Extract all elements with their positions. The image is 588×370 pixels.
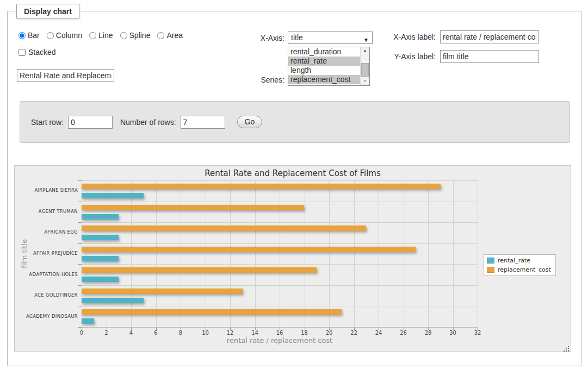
series-option-replacement_cost[interactable]: replacement_cost: [288, 75, 361, 84]
radio-label: Bar: [28, 31, 40, 40]
chart-type-radio-column[interactable]: Column: [47, 31, 82, 40]
scroll-up-icon[interactable]: ▲: [361, 47, 369, 55]
x-axis-tick-label: 4: [123, 330, 139, 336]
x-axis-label-label: X-Axis label:: [381, 33, 436, 41]
bar-rental_rate: [82, 235, 119, 240]
dropdown-arrow-icon: ▼: [363, 34, 369, 46]
gridline-horizontal: [82, 180, 478, 181]
gridline-vertical: [107, 180, 107, 327]
gridline-vertical: [131, 180, 132, 327]
category-label: ACE GOLDFINGER: [18, 292, 78, 298]
gridline-vertical: [156, 180, 157, 327]
radio-button[interactable]: [18, 32, 26, 39]
y-axis-tick: [78, 243, 82, 244]
gridline-vertical: [428, 180, 429, 327]
bar-replacement_cost: [82, 309, 342, 315]
stacked-checkbox[interactable]: [18, 49, 26, 56]
x-axis-tick-label: 32: [469, 330, 486, 336]
legend-label: replacement_cost: [498, 266, 551, 273]
chart-container: Rental Rate and Replacement Cost of Film…: [14, 165, 571, 352]
bar-replacement_cost: [82, 184, 441, 189]
page: Display chart BarColumnLineSplineArea St…: [0, 0, 588, 370]
gridline-vertical: [206, 180, 206, 327]
y-axis-tick: [78, 202, 82, 202]
x-axis-tick-label: 12: [222, 330, 238, 336]
series-scrollbar[interactable]: ▲ ▼: [360, 47, 369, 85]
category-label: AGENT TRUMAN: [18, 209, 78, 214]
series-option-rental_duration[interactable]: rental_duration: [288, 47, 361, 57]
stacked-label: Stacked: [28, 48, 56, 57]
category-label: ADAPTATION HOLES: [18, 272, 78, 277]
bar-replacement_cost: [82, 205, 304, 210]
x-axis-tick-label: 20: [321, 330, 337, 336]
chart-x-axis-label: rental rate / replacement cost: [82, 336, 478, 344]
bar-rental_rate: [82, 214, 119, 220]
x-axis-tick-label: 6: [148, 330, 164, 336]
category-label: AFFAIR PREJUDICE: [18, 250, 78, 256]
radio-button[interactable]: [157, 32, 164, 39]
gridline-vertical: [230, 180, 231, 327]
category-label: AFRICAN EGG: [18, 229, 78, 235]
gridline-vertical: [354, 180, 355, 327]
series-select-label: Series:: [251, 76, 284, 84]
x-axis-select-label: X-Axis:: [251, 34, 284, 42]
bar-replacement_cost: [82, 267, 317, 273]
bar-rental_rate: [82, 298, 144, 303]
chart-type-radio-bar[interactable]: Bar: [18, 31, 40, 40]
gridline-horizontal: [82, 327, 478, 328]
display-chart-panel: Display chart BarColumnLineSplineArea St…: [7, 11, 581, 366]
category-label: ACADEMY DINOSAUR: [18, 313, 78, 319]
chart-title: Rental Rate and Replacement Cost of Film…: [15, 168, 571, 178]
chart-legend: rental_ratereplacement_cost: [484, 254, 556, 276]
row-range-form: Start row: Number of rows: Go: [20, 101, 570, 143]
gridline-vertical: [255, 180, 256, 327]
go-button[interactable]: Go: [237, 116, 263, 128]
radio-label: Spline: [129, 31, 151, 40]
category-label: AIRPLANE SIERRA: [18, 187, 78, 193]
bar-rental_rate: [82, 318, 94, 324]
number-of-rows-label: Number of rows:: [120, 118, 176, 127]
x-axis-tick-label: 24: [370, 330, 387, 336]
stacked-option[interactable]: Stacked: [18, 48, 56, 57]
chart-type-radio-area[interactable]: Area: [157, 31, 183, 40]
radio-label: Column: [56, 31, 82, 40]
radio-label: Area: [166, 31, 183, 40]
gridline-vertical: [478, 180, 478, 327]
chart-title-input[interactable]: [17, 69, 114, 82]
x-axis-tick-label: 10: [197, 330, 214, 336]
y-axis-tick: [78, 285, 82, 286]
number-of-rows-input[interactable]: [181, 116, 225, 129]
start-row-input[interactable]: [68, 116, 113, 129]
panel-title: Display chart: [16, 4, 79, 19]
y-axis-tick: [78, 264, 82, 265]
y-axis-label-input[interactable]: [440, 50, 539, 63]
x-axis-tick-label: 22: [346, 330, 362, 336]
y-axis-tick: [78, 306, 82, 306]
x-axis-label-input[interactable]: [440, 30, 539, 43]
gridline-vertical: [305, 180, 305, 327]
start-row-label: Start row:: [31, 118, 64, 127]
x-axis-tick-label: 18: [296, 330, 313, 336]
x-axis-select[interactable]: title ▼: [288, 32, 373, 44]
scroll-down-icon[interactable]: ▼: [361, 78, 369, 85]
radio-button[interactable]: [120, 32, 127, 39]
x-axis-tick-label: 14: [247, 330, 263, 336]
chart-type-radio-line[interactable]: Line: [89, 31, 113, 40]
scrollbar-thumb[interactable]: [361, 63, 369, 77]
gridline-horizontal: [82, 202, 478, 202]
resize-handle-icon[interactable]: [563, 344, 570, 350]
bar-rental_rate: [82, 193, 144, 198]
series-option-length[interactable]: length: [288, 66, 361, 75]
series-multiselect[interactable]: rental_durationrental_ratelengthreplacem…: [288, 47, 370, 86]
x-axis-tick-label: 8: [172, 330, 189, 336]
y-axis-tick: [78, 180, 82, 181]
series-option-rental_rate[interactable]: rental_rate: [288, 57, 361, 66]
chart-type-radio-spline[interactable]: Spline: [120, 31, 151, 40]
radio-label: Line: [98, 31, 113, 40]
bar-replacement_cost: [82, 247, 416, 252]
bar-rental_rate: [82, 277, 119, 282]
gridline-vertical: [181, 180, 181, 327]
radio-button[interactable]: [47, 32, 54, 39]
y-axis-label-label: Y-Axis label:: [381, 52, 436, 61]
radio-button[interactable]: [89, 32, 96, 39]
